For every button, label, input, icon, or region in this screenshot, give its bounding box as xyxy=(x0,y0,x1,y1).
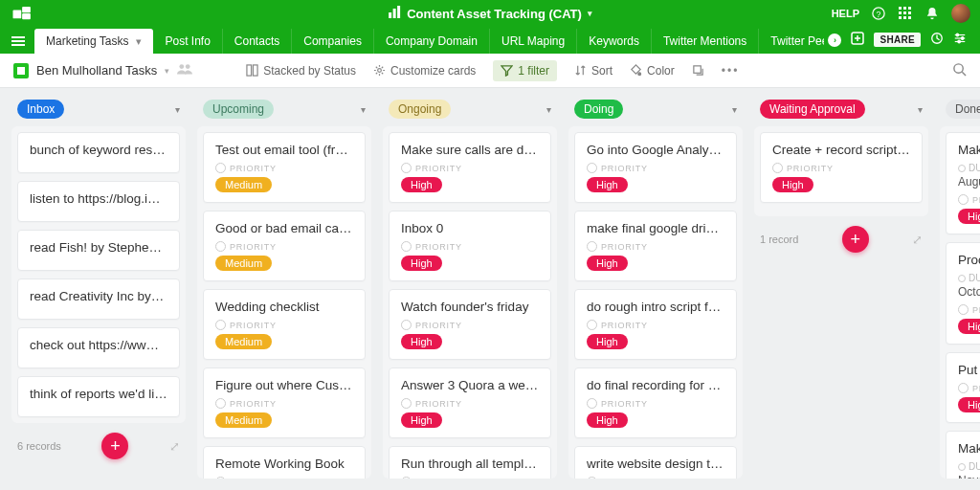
settings-icon[interactable] xyxy=(953,32,967,48)
share-button[interactable]: SHARE xyxy=(874,33,921,47)
card[interactable]: Make .DUE DNovemb xyxy=(946,431,980,479)
tab-companies[interactable]: Companies xyxy=(292,29,374,54)
help-label[interactable]: HELP xyxy=(832,8,859,19)
tab-twitter-peeps[interactable]: Twitter Peeps xyxy=(759,29,824,54)
priority-label: PRIORITY xyxy=(587,398,724,409)
card[interactable]: Answer 3 Quora a weekPRIORITYHigh xyxy=(389,368,551,438)
priority-badge: High xyxy=(401,334,442,349)
color-button[interactable]: Color xyxy=(630,64,675,78)
column-pill[interactable]: Inbox xyxy=(17,100,64,119)
more-icon[interactable]: ••• xyxy=(722,64,740,78)
column-menu-icon[interactable]: ▾ xyxy=(732,104,737,115)
priority-badge: High xyxy=(958,319,980,334)
card[interactable]: Watch founder's fridayPRIORITYHigh xyxy=(389,289,551,360)
svg-text:?: ? xyxy=(877,10,881,19)
priority-label: PRIORITY xyxy=(587,320,724,330)
tab-keywords[interactable]: Keywords xyxy=(577,29,652,54)
column-pill[interactable]: Waiting Approval xyxy=(760,100,865,119)
card-title: bunch of keyword research xyxy=(30,143,167,157)
card[interactable]: Figure out where Custome…PRIORITYMedium xyxy=(203,368,366,438)
chevron-down-icon[interactable]: ▾ xyxy=(588,9,592,18)
search-icon[interactable] xyxy=(952,62,967,79)
history-icon[interactable] xyxy=(930,32,944,48)
card[interactable]: do final recording for v8 o…PRIORITYHigh xyxy=(574,368,737,438)
tab-company-domain[interactable]: Company Domain xyxy=(374,29,490,54)
svg-rect-15 xyxy=(903,16,906,19)
priority-label: PRIORITY xyxy=(215,398,353,409)
tab-marketing-tasks[interactable]: Marketing Tasks▾ xyxy=(34,29,153,54)
sort-button[interactable]: Sort xyxy=(574,64,612,78)
column-menu-icon[interactable]: ▾ xyxy=(361,104,366,115)
card[interactable]: Wedding checklistPRIORITYMedium xyxy=(203,289,366,360)
card[interactable]: bunch of keyword research xyxy=(17,132,180,173)
tab-url-maping[interactable]: URL Maping xyxy=(490,29,577,54)
tab-post-info[interactable]: Post Info xyxy=(153,29,222,54)
card[interactable]: read Creativity Inc by Ed C… xyxy=(17,278,180,320)
card[interactable]: Create + record scripts for …PRIORITYHig… xyxy=(760,132,923,203)
chevron-down-icon[interactable]: ▾ xyxy=(165,66,169,76)
add-card-button[interactable]: + xyxy=(101,433,128,459)
card[interactable]: Remote Working BookPRIORITYMedium xyxy=(203,446,366,479)
user-avatar[interactable] xyxy=(951,4,970,23)
card[interactable]: listen to https://blog.inter… xyxy=(17,181,180,222)
view-title[interactable]: Ben Mulholland Tasks xyxy=(36,63,157,78)
column-inbox: Inbox▾bunch of keyword researchlisten to… xyxy=(11,100,186,479)
column-menu-icon[interactable]: ▾ xyxy=(918,104,923,115)
share-view-icon[interactable] xyxy=(692,64,704,77)
card[interactable]: read Fish! by Stephen Lun… xyxy=(17,230,180,271)
card[interactable]: Good or bad email capture…PRIORITYMedium xyxy=(203,211,366,281)
people-icon[interactable] xyxy=(177,62,192,78)
expand-icon[interactable]: ⤢ xyxy=(169,439,180,454)
card[interactable]: Go into Google Analytics a…PRIORITYHigh xyxy=(574,132,737,203)
card[interactable]: Make .DUE DAugustPRIORITYHigh xyxy=(946,132,980,234)
svg-rect-30 xyxy=(254,65,258,76)
tab-dropdown-icon[interactable]: ▾ xyxy=(136,35,142,47)
help-icon[interactable]: ? xyxy=(871,6,886,21)
svg-rect-5 xyxy=(397,6,400,18)
svg-point-31 xyxy=(378,69,382,73)
card-title: Answer 3 Quora a week xyxy=(401,378,539,392)
card[interactable]: Make sure calls are donePRIORITYHigh xyxy=(389,132,551,203)
stacked-by-button[interactable]: Stacked by Status xyxy=(246,64,356,78)
card[interactable]: Run through all templates …PRIORITYMediu… xyxy=(389,446,551,479)
filter-button[interactable]: 1 filter xyxy=(493,60,557,81)
card-title: Create + record scripts for … xyxy=(772,143,910,157)
customize-cards-button[interactable]: Customize cards xyxy=(373,64,476,78)
apps-grid-icon[interactable] xyxy=(898,6,913,21)
card[interactable]: make final google drive fol…PRIORITYHigh xyxy=(574,211,737,281)
column-menu-icon[interactable]: ▾ xyxy=(175,104,180,115)
card[interactable]: Put a lPRIORITYHigh xyxy=(946,352,980,423)
card-title: Watch founder's friday xyxy=(401,300,539,314)
card[interactable]: think of reports we'd like t… xyxy=(17,376,180,417)
tab-overflow-badge[interactable]: › xyxy=(828,33,841,47)
card[interactable]: Test out email tool (from e…PRIORITYMedi… xyxy=(203,132,366,203)
priority-badge: Medium xyxy=(215,334,272,349)
tab-contacts[interactable]: Contacts xyxy=(223,29,292,54)
card[interactable]: check out https://www.joe… xyxy=(17,327,180,368)
workspace-title[interactable]: Content Asset Tracking (CAT) xyxy=(407,7,582,21)
card-title: think of reports we'd like t… xyxy=(30,387,167,401)
column-pill[interactable]: Upcoming xyxy=(203,100,274,119)
priority-badge: High xyxy=(587,256,628,271)
add-card-button[interactable]: + xyxy=(842,226,869,253)
card[interactable]: ProcesDUE DOctoberPRIORITYHigh xyxy=(946,242,980,345)
column-pill[interactable]: Ongoing xyxy=(389,100,451,119)
hamburger-icon[interactable] xyxy=(11,36,25,46)
card-title: Inbox 0 xyxy=(401,221,539,235)
card[interactable]: do rough intro script for w…PRIORITYHigh xyxy=(574,289,737,360)
view-type-icon[interactable] xyxy=(13,63,29,78)
tab-twitter-mentions[interactable]: Twitter Mentions xyxy=(652,29,759,54)
add-tab-icon[interactable] xyxy=(851,32,864,48)
bell-icon[interactable] xyxy=(924,6,940,21)
card[interactable]: write website design temp…PRIORITYHigh xyxy=(574,446,737,479)
column-pill[interactable]: Done xyxy=(946,100,980,119)
card[interactable]: Inbox 0PRIORITYHigh xyxy=(389,211,551,281)
brand-icon[interactable] xyxy=(10,5,36,22)
column-menu-icon[interactable]: ▾ xyxy=(546,104,551,115)
priority-label: PRIORITY xyxy=(401,241,539,252)
svg-rect-8 xyxy=(899,7,902,10)
priority-badge: High xyxy=(772,177,813,192)
column-doing: Doing▾Go into Google Analytics a…PRIORIT… xyxy=(568,100,743,479)
column-pill[interactable]: Doing xyxy=(574,100,623,119)
expand-icon[interactable]: ⤢ xyxy=(912,233,923,247)
